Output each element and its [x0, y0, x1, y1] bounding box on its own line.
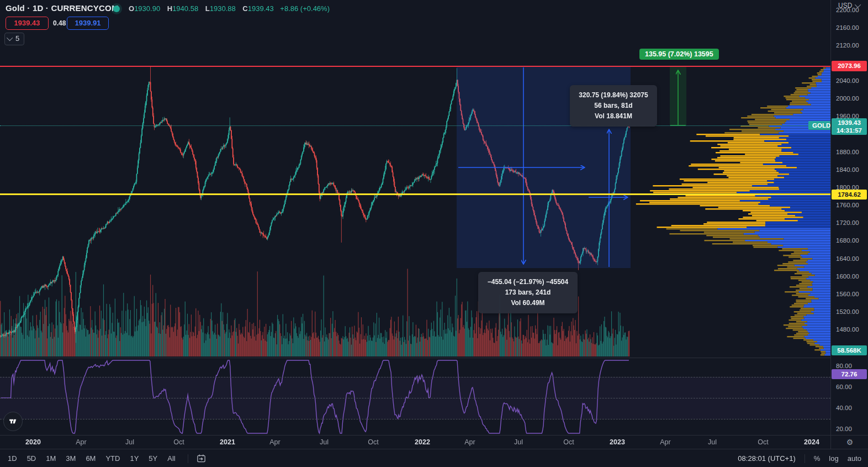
- toolbar-divider: [188, 454, 188, 463]
- rsi-tick: 80.00: [836, 363, 852, 369]
- range-tooltip-up-line3: Vol 18.841M: [575, 111, 652, 122]
- toolbar-right: 08:28:01 (UTC+1) % log auto: [738, 449, 861, 467]
- market-status-dot[interactable]: [113, 6, 120, 12]
- time-tick: Jul: [125, 438, 134, 446]
- price-tick: 1720.00: [836, 219, 859, 226]
- time-tick: 2022: [415, 438, 430, 446]
- time-tick: Apr: [76, 438, 86, 446]
- range-button-all[interactable]: All: [167, 454, 175, 463]
- time-tick: 2020: [25, 438, 41, 446]
- time-tick: Oct: [368, 438, 378, 446]
- price-tick: 2120.00: [836, 42, 859, 49]
- price-tick: 2000.00: [836, 95, 859, 102]
- last-price-value: 1939.43: [832, 119, 867, 127]
- price-tick: 1520.00: [836, 308, 859, 315]
- sell-button[interactable]: 1939.43: [6, 17, 49, 30]
- buy-button[interactable]: 1939.91: [67, 17, 109, 30]
- bar-countdown: 14:31:57: [832, 127, 867, 134]
- range-tooltip-down: −455.04 (−21.97%) −45504 173 bars, 241d …: [478, 272, 578, 313]
- axis-settings-corner[interactable]: ⚙: [830, 435, 868, 449]
- toolbar-divider: [805, 454, 805, 463]
- time-tick: Oct: [758, 438, 768, 446]
- time-tick: Oct: [563, 438, 574, 446]
- green-range-label: 135.95 (7.02%) 13595: [639, 49, 719, 60]
- indicator-count: 5: [15, 34, 19, 43]
- range-tooltip-down-line2: 173 bars, 241d: [484, 287, 572, 298]
- time-tick: 2023: [610, 438, 625, 446]
- gear-icon[interactable]: ⚙: [846, 438, 854, 447]
- range-tooltip-down-line3: Vol 60.49M: [484, 298, 572, 308]
- low-label: L: [205, 4, 210, 13]
- range-tooltip-up: 320.75 (19.84%) 32075 56 bars, 81d Vol 1…: [570, 85, 657, 127]
- time-tick: Jul: [708, 438, 717, 446]
- support-price-label: 1784.62: [832, 190, 867, 200]
- range-switcher: 1D5D1M3M6MYTD1Y5YAll: [8, 449, 207, 467]
- symbol-title[interactable]: Gold · 1D · CURRENCYCOM: [6, 3, 119, 13]
- change-value: +8.86 (+0.46%): [280, 4, 330, 13]
- range-button-ytd[interactable]: YTD: [105, 454, 120, 463]
- price-tick: 1840.00: [836, 166, 859, 173]
- clock-display[interactable]: 08:28:01 (UTC+1): [738, 454, 795, 463]
- resistance-price-label: 2073.96: [832, 61, 867, 71]
- spread-value: 0.48: [53, 19, 66, 27]
- rsi-tick: 20.00: [836, 426, 852, 432]
- percent-scale-button[interactable]: %: [814, 454, 821, 463]
- range-tooltip-up-line1: 320.75 (19.84%) 32075: [575, 90, 652, 101]
- chevron-down-icon: [7, 35, 13, 41]
- bottom-toolbar: 1D5D1M3M6MYTD1Y5YAll 08:28:01 (UTC+1) % …: [0, 449, 868, 467]
- resistance-line[interactable]: [0, 66, 830, 67]
- open-value: 1930.90: [134, 4, 160, 13]
- range-button-5d[interactable]: 5D: [27, 454, 36, 463]
- close-value: 1939.43: [248, 4, 274, 13]
- indicators-dropdown[interactable]: 5: [4, 33, 24, 45]
- high-value: 1940.58: [172, 4, 198, 13]
- range-button-5y[interactable]: 5Y: [149, 454, 157, 463]
- rsi-tick: 60.00: [836, 384, 852, 390]
- range-button-1y[interactable]: 1Y: [130, 454, 139, 463]
- high-label: H: [167, 4, 172, 13]
- price-axis[interactable]: USD 2200.002160.002120.002040.002000.001…: [830, 0, 868, 435]
- price-tick: 1880.00: [836, 149, 859, 155]
- time-tick: Apr: [464, 438, 475, 446]
- price-tick: 2040.00: [836, 77, 859, 84]
- go-to-date-icon[interactable]: [196, 453, 207, 464]
- range-tooltip-down-line1: −455.04 (−21.97%) −45504: [484, 277, 572, 287]
- last-price-label: 1939.43 14:31:57: [832, 118, 867, 135]
- range-button-6m[interactable]: 6M: [86, 454, 96, 463]
- time-tick: Jul: [320, 438, 329, 446]
- price-tick: 1640.00: [836, 255, 859, 262]
- time-tick: Apr: [269, 438, 280, 446]
- tradingview-logo[interactable]: [3, 412, 23, 431]
- price-tick: 1760.00: [836, 202, 859, 208]
- time-tick: Oct: [173, 438, 184, 446]
- rsi-tick: 40.00: [836, 405, 852, 411]
- range-button-3m[interactable]: 3M: [66, 454, 76, 463]
- last-price-dotted-line: [0, 125, 830, 126]
- range-button-1d[interactable]: 1D: [8, 454, 17, 463]
- time-axis[interactable]: 2020AprJulOct2021AprJulOct2022AprJulOct2…: [0, 435, 830, 449]
- ohlc-readout: O1930.90 H1940.58 L1930.88 C1939.43 +8.8…: [129, 4, 330, 13]
- log-scale-button[interactable]: log: [829, 454, 838, 463]
- price-tick: 2160.00: [836, 24, 859, 31]
- range-button-1m[interactable]: 1M: [46, 454, 56, 463]
- support-line-yellow[interactable]: [0, 193, 830, 195]
- price-tick: 1480.00: [836, 326, 859, 333]
- time-tick: 2021: [220, 438, 235, 446]
- price-tick: 1680.00: [836, 237, 859, 244]
- volume-value-label: 58.568K: [832, 345, 867, 355]
- open-label: O: [129, 4, 134, 13]
- time-tick: 2024: [804, 438, 819, 446]
- range-tooltip-up-line2: 56 bars, 81d: [575, 101, 652, 111]
- tradingview-chart-window: 135.95 (7.02%) 13595 320.75 (19.84%) 320…: [0, 0, 868, 467]
- price-tick: 2200.00: [836, 7, 859, 13]
- price-tick: 1560.00: [836, 291, 859, 297]
- tradingview-logo-icon: [8, 417, 18, 426]
- low-value: 1930.88: [210, 4, 236, 13]
- time-tick: Jul: [514, 438, 523, 446]
- rsi-value-label: 72.76: [832, 369, 867, 379]
- price-tick: 1600.00: [836, 273, 859, 280]
- time-tick: Apr: [660, 438, 670, 446]
- auto-scale-button[interactable]: auto: [848, 454, 861, 463]
- close-label: C: [242, 4, 247, 13]
